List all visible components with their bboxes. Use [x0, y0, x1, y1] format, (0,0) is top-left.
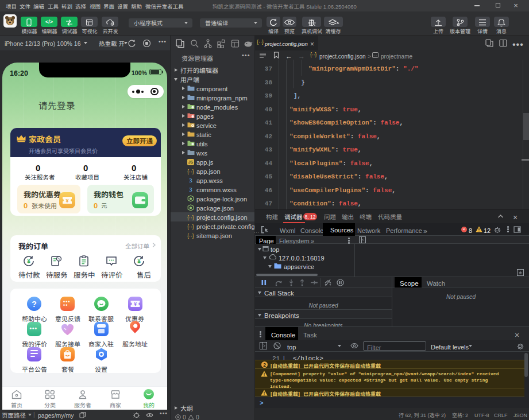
svg-text:¥: ¥ [27, 256, 30, 265]
svg-text:¥: ¥ [137, 256, 141, 265]
svg-text:¥: ¥ [134, 300, 137, 307]
